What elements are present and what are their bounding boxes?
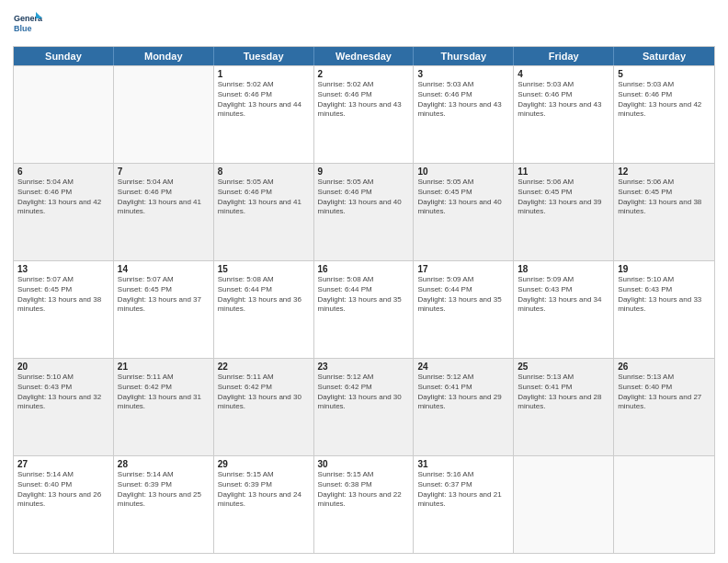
- day-info: Sunrise: 5:12 AM Sunset: 6:42 PM Dayligh…: [318, 373, 410, 412]
- day-info: Sunrise: 5:10 AM Sunset: 6:43 PM Dayligh…: [618, 275, 711, 315]
- calendar-day-cell: 2Sunrise: 5:02 AM Sunset: 6:46 PM Daylig…: [314, 66, 415, 163]
- calendar-day-cell: 19Sunrise: 5:10 AM Sunset: 6:43 PM Dayli…: [614, 261, 714, 358]
- day-number: 23: [318, 362, 410, 372]
- calendar-day-cell: 14Sunrise: 5:07 AM Sunset: 6:45 PM Dayli…: [114, 261, 214, 358]
- calendar-row: 1Sunrise: 5:02 AM Sunset: 6:46 PM Daylig…: [14, 65, 714, 163]
- day-number: 15: [218, 264, 310, 274]
- day-info: Sunrise: 5:05 AM Sunset: 6:45 PM Dayligh…: [417, 178, 509, 217]
- day-number: 28: [118, 459, 210, 469]
- day-info: Sunrise: 5:04 AM Sunset: 6:46 PM Dayligh…: [17, 178, 109, 217]
- calendar-day-cell: 6Sunrise: 5:04 AM Sunset: 6:46 PM Daylig…: [14, 164, 114, 260]
- day-number: 27: [17, 459, 109, 469]
- day-info: Sunrise: 5:07 AM Sunset: 6:45 PM Dayligh…: [118, 275, 210, 315]
- day-number: 9: [318, 167, 410, 177]
- day-info: Sunrise: 5:08 AM Sunset: 6:44 PM Dayligh…: [218, 275, 310, 315]
- calendar-day-cell: 8Sunrise: 5:05 AM Sunset: 6:46 PM Daylig…: [214, 164, 314, 260]
- calendar-day-cell: 3Sunrise: 5:03 AM Sunset: 6:46 PM Daylig…: [414, 66, 514, 163]
- empty-cell: [614, 456, 714, 553]
- day-info: Sunrise: 5:06 AM Sunset: 6:45 PM Dayligh…: [518, 178, 609, 217]
- calendar-day-cell: 15Sunrise: 5:08 AM Sunset: 6:44 PM Dayli…: [214, 261, 314, 358]
- calendar-day-cell: 5Sunrise: 5:03 AM Sunset: 6:46 PM Daylig…: [614, 66, 714, 163]
- day-of-week-header: Monday: [114, 47, 214, 65]
- day-info: Sunrise: 5:13 AM Sunset: 6:41 PM Dayligh…: [518, 373, 609, 412]
- day-info: Sunrise: 5:08 AM Sunset: 6:44 PM Dayligh…: [318, 275, 410, 315]
- day-info: Sunrise: 5:16 AM Sunset: 6:37 PM Dayligh…: [417, 470, 509, 510]
- calendar-day-cell: 1Sunrise: 5:02 AM Sunset: 6:46 PM Daylig…: [214, 66, 314, 163]
- day-number: 4: [518, 69, 609, 79]
- calendar-day-cell: 31Sunrise: 5:16 AM Sunset: 6:37 PM Dayli…: [414, 456, 514, 553]
- day-info: Sunrise: 5:09 AM Sunset: 6:43 PM Dayligh…: [518, 275, 609, 315]
- day-number: 13: [17, 264, 109, 274]
- calendar-header: SundayMondayTuesdayWednesdayThursdayFrid…: [14, 47, 714, 65]
- calendar-day-cell: 29Sunrise: 5:15 AM Sunset: 6:39 PM Dayli…: [214, 456, 314, 553]
- day-number: 30: [318, 459, 410, 469]
- day-info: Sunrise: 5:14 AM Sunset: 6:39 PM Dayligh…: [118, 470, 210, 510]
- day-info: Sunrise: 5:07 AM Sunset: 6:45 PM Dayligh…: [17, 275, 109, 315]
- day-info: Sunrise: 5:12 AM Sunset: 6:41 PM Dayligh…: [417, 373, 509, 412]
- calendar-day-cell: 30Sunrise: 5:15 AM Sunset: 6:38 PM Dayli…: [314, 456, 415, 553]
- day-of-week-header: Friday: [514, 47, 614, 65]
- calendar-day-cell: 28Sunrise: 5:14 AM Sunset: 6:39 PM Dayli…: [114, 456, 214, 553]
- day-number: 5: [618, 69, 711, 79]
- day-number: 2: [318, 69, 410, 79]
- calendar-day-cell: 25Sunrise: 5:13 AM Sunset: 6:41 PM Dayli…: [514, 359, 614, 455]
- calendar-day-cell: 22Sunrise: 5:11 AM Sunset: 6:42 PM Dayli…: [214, 359, 314, 455]
- calendar-day-cell: 18Sunrise: 5:09 AM Sunset: 6:43 PM Dayli…: [514, 261, 614, 358]
- empty-cell: [114, 66, 214, 163]
- day-number: 16: [318, 264, 410, 274]
- calendar: SundayMondayTuesdayWednesdayThursdayFrid…: [13, 46, 715, 554]
- calendar-day-cell: 7Sunrise: 5:04 AM Sunset: 6:46 PM Daylig…: [114, 164, 214, 260]
- day-info: Sunrise: 5:06 AM Sunset: 6:45 PM Dayligh…: [618, 178, 711, 217]
- calendar-row: 27Sunrise: 5:14 AM Sunset: 6:40 PM Dayli…: [14, 455, 714, 553]
- calendar-day-cell: 17Sunrise: 5:09 AM Sunset: 6:44 PM Dayli…: [414, 261, 514, 358]
- day-number: 18: [518, 264, 609, 274]
- calendar-day-cell: 9Sunrise: 5:05 AM Sunset: 6:46 PM Daylig…: [314, 164, 415, 260]
- day-info: Sunrise: 5:11 AM Sunset: 6:42 PM Dayligh…: [118, 373, 210, 412]
- calendar-day-cell: 23Sunrise: 5:12 AM Sunset: 6:42 PM Dayli…: [314, 359, 415, 455]
- day-number: 19: [618, 264, 711, 274]
- day-number: 1: [218, 69, 310, 79]
- calendar-day-cell: 4Sunrise: 5:03 AM Sunset: 6:46 PM Daylig…: [514, 66, 614, 163]
- day-number: 3: [417, 69, 509, 79]
- day-of-week-header: Sunday: [14, 47, 114, 65]
- day-number: 31: [417, 459, 509, 469]
- calendar-day-cell: 16Sunrise: 5:08 AM Sunset: 6:44 PM Dayli…: [314, 261, 415, 358]
- calendar-day-cell: 26Sunrise: 5:13 AM Sunset: 6:40 PM Dayli…: [614, 359, 714, 455]
- day-info: Sunrise: 5:15 AM Sunset: 6:39 PM Dayligh…: [218, 470, 310, 510]
- day-info: Sunrise: 5:03 AM Sunset: 6:46 PM Dayligh…: [417, 80, 509, 120]
- day-info: Sunrise: 5:02 AM Sunset: 6:46 PM Dayligh…: [318, 80, 410, 120]
- calendar-day-cell: 20Sunrise: 5:10 AM Sunset: 6:43 PM Dayli…: [14, 359, 114, 455]
- svg-text:Blue: Blue: [14, 24, 32, 33]
- day-info: Sunrise: 5:14 AM Sunset: 6:40 PM Dayligh…: [17, 470, 109, 510]
- empty-cell: [514, 456, 614, 553]
- calendar-day-cell: 13Sunrise: 5:07 AM Sunset: 6:45 PM Dayli…: [14, 261, 114, 358]
- day-info: Sunrise: 5:03 AM Sunset: 6:46 PM Dayligh…: [518, 80, 609, 120]
- day-number: 12: [618, 167, 711, 177]
- calendar-day-cell: 27Sunrise: 5:14 AM Sunset: 6:40 PM Dayli…: [14, 456, 114, 553]
- day-number: 25: [518, 362, 609, 372]
- calendar-body: 1Sunrise: 5:02 AM Sunset: 6:46 PM Daylig…: [14, 65, 714, 553]
- day-info: Sunrise: 5:04 AM Sunset: 6:46 PM Dayligh…: [118, 178, 210, 217]
- day-number: 24: [417, 362, 509, 372]
- calendar-day-cell: 21Sunrise: 5:11 AM Sunset: 6:42 PM Dayli…: [114, 359, 214, 455]
- day-info: Sunrise: 5:03 AM Sunset: 6:46 PM Dayligh…: [618, 80, 711, 120]
- page-header: General Blue: [13, 9, 715, 39]
- day-number: 6: [17, 167, 109, 177]
- day-info: Sunrise: 5:02 AM Sunset: 6:46 PM Dayligh…: [218, 80, 310, 120]
- day-number: 14: [118, 264, 210, 274]
- calendar-day-cell: 12Sunrise: 5:06 AM Sunset: 6:45 PM Dayli…: [614, 164, 714, 260]
- calendar-day-cell: 24Sunrise: 5:12 AM Sunset: 6:41 PM Dayli…: [414, 359, 514, 455]
- day-of-week-header: Thursday: [414, 47, 514, 65]
- logo: General Blue: [13, 9, 42, 39]
- calendar-row: 13Sunrise: 5:07 AM Sunset: 6:45 PM Dayli…: [14, 260, 714, 358]
- empty-cell: [14, 66, 114, 163]
- calendar-day-cell: 11Sunrise: 5:06 AM Sunset: 6:45 PM Dayli…: [514, 164, 614, 260]
- day-info: Sunrise: 5:13 AM Sunset: 6:40 PM Dayligh…: [618, 373, 711, 412]
- day-number: 10: [417, 167, 509, 177]
- day-info: Sunrise: 5:09 AM Sunset: 6:44 PM Dayligh…: [417, 275, 509, 315]
- calendar-row: 6Sunrise: 5:04 AM Sunset: 6:46 PM Daylig…: [14, 163, 714, 260]
- day-number: 22: [218, 362, 310, 372]
- day-of-week-header: Saturday: [614, 47, 714, 65]
- day-number: 26: [618, 362, 711, 372]
- day-number: 8: [218, 167, 310, 177]
